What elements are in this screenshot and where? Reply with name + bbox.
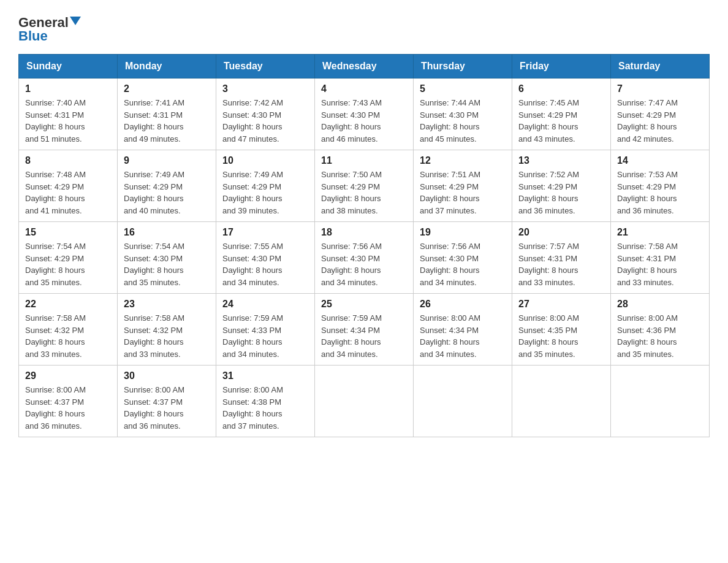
day-cell-23: 23Sunrise: 7:58 AMSunset: 4:32 PMDayligh…	[118, 294, 216, 366]
logo: General Blue	[18, 12, 81, 44]
header-tuesday: Tuesday	[216, 55, 315, 79]
week-row-2: 8Sunrise: 7:48 AMSunset: 4:29 PMDaylight…	[19, 150, 710, 222]
day-info: Sunrise: 7:59 AMSunset: 4:34 PMDaylight:…	[321, 312, 407, 360]
day-number: 1	[25, 83, 111, 94]
day-info: Sunrise: 7:58 AMSunset: 4:32 PMDaylight:…	[124, 312, 210, 360]
header-wednesday: Wednesday	[315, 55, 414, 79]
day-number: 27	[518, 299, 604, 310]
day-cell-7: 7Sunrise: 7:47 AMSunset: 4:29 PMDaylight…	[611, 79, 710, 150]
day-info: Sunrise: 7:58 AMSunset: 4:31 PMDaylight:…	[617, 240, 703, 288]
day-cell-8: 8Sunrise: 7:48 AMSunset: 4:29 PMDaylight…	[19, 150, 118, 222]
day-cell-2: 2Sunrise: 7:41 AMSunset: 4:31 PMDaylight…	[118, 79, 216, 150]
day-info: Sunrise: 8:00 AMSunset: 4:35 PMDaylight:…	[518, 312, 604, 360]
day-cell-14: 14Sunrise: 7:53 AMSunset: 4:29 PMDayligh…	[611, 150, 710, 222]
header-monday: Monday	[118, 55, 216, 79]
day-info: Sunrise: 7:48 AMSunset: 4:29 PMDaylight:…	[25, 169, 111, 216]
day-cell-9: 9Sunrise: 7:49 AMSunset: 4:29 PMDaylight…	[118, 150, 216, 222]
day-info: Sunrise: 7:44 AMSunset: 4:30 PMDaylight:…	[420, 97, 506, 145]
day-cell-20: 20Sunrise: 7:57 AMSunset: 4:31 PMDayligh…	[512, 222, 611, 294]
day-cell-28: 28Sunrise: 8:00 AMSunset: 4:36 PMDayligh…	[611, 294, 710, 366]
day-number: 23	[124, 299, 210, 310]
day-cell-5: 5Sunrise: 7:44 AMSunset: 4:30 PMDaylight…	[414, 79, 512, 150]
empty-cell	[611, 366, 710, 437]
day-number: 31	[222, 370, 308, 381]
day-cell-18: 18Sunrise: 7:56 AMSunset: 4:30 PMDayligh…	[315, 222, 414, 294]
day-number: 5	[420, 83, 506, 94]
day-cell-21: 21Sunrise: 7:58 AMSunset: 4:31 PMDayligh…	[611, 222, 710, 294]
day-info: Sunrise: 7:59 AMSunset: 4:33 PMDaylight:…	[222, 312, 308, 360]
day-number: 4	[321, 83, 407, 94]
header-sunday: Sunday	[19, 55, 118, 79]
day-cell-15: 15Sunrise: 7:54 AMSunset: 4:29 PMDayligh…	[19, 222, 118, 294]
day-info: Sunrise: 7:58 AMSunset: 4:32 PMDaylight:…	[25, 312, 111, 360]
day-number: 18	[321, 227, 407, 238]
week-row-1: 1Sunrise: 7:40 AMSunset: 4:31 PMDaylight…	[19, 79, 710, 150]
day-cell-22: 22Sunrise: 7:58 AMSunset: 4:32 PMDayligh…	[19, 294, 118, 366]
day-number: 6	[518, 83, 604, 94]
header-saturday: Saturday	[611, 55, 710, 79]
day-cell-4: 4Sunrise: 7:43 AMSunset: 4:30 PMDaylight…	[315, 79, 414, 150]
day-info: Sunrise: 7:51 AMSunset: 4:29 PMDaylight:…	[420, 169, 506, 216]
day-cell-10: 10Sunrise: 7:49 AMSunset: 4:29 PMDayligh…	[216, 150, 315, 222]
logo-triangle-icon	[70, 17, 81, 25]
header: General Blue	[18, 12, 710, 44]
day-cell-3: 3Sunrise: 7:42 AMSunset: 4:30 PMDaylight…	[216, 79, 315, 150]
day-number: 13	[518, 155, 604, 166]
empty-cell	[315, 366, 414, 437]
day-number: 19	[420, 227, 506, 238]
day-cell-1: 1Sunrise: 7:40 AMSunset: 4:31 PMDaylight…	[19, 79, 118, 150]
day-number: 12	[420, 155, 506, 166]
day-cell-13: 13Sunrise: 7:52 AMSunset: 4:29 PMDayligh…	[512, 150, 611, 222]
day-number: 14	[617, 155, 703, 166]
day-cell-30: 30Sunrise: 8:00 AMSunset: 4:37 PMDayligh…	[118, 366, 216, 437]
day-info: Sunrise: 7:45 AMSunset: 4:29 PMDaylight:…	[518, 97, 604, 145]
header-thursday: Thursday	[414, 55, 512, 79]
day-info: Sunrise: 8:00 AMSunset: 4:34 PMDaylight:…	[420, 312, 506, 360]
day-number: 21	[617, 227, 703, 238]
day-number: 3	[222, 83, 308, 94]
day-info: Sunrise: 7:43 AMSunset: 4:30 PMDaylight:…	[321, 97, 407, 145]
day-info: Sunrise: 8:00 AMSunset: 4:36 PMDaylight:…	[617, 312, 703, 360]
day-info: Sunrise: 7:54 AMSunset: 4:29 PMDaylight:…	[25, 240, 111, 288]
day-cell-12: 12Sunrise: 7:51 AMSunset: 4:29 PMDayligh…	[414, 150, 512, 222]
day-cell-24: 24Sunrise: 7:59 AMSunset: 4:33 PMDayligh…	[216, 294, 315, 366]
week-row-3: 15Sunrise: 7:54 AMSunset: 4:29 PMDayligh…	[19, 222, 710, 294]
day-number: 17	[222, 227, 308, 238]
day-info: Sunrise: 7:54 AMSunset: 4:30 PMDaylight:…	[124, 240, 210, 288]
day-cell-19: 19Sunrise: 7:56 AMSunset: 4:30 PMDayligh…	[414, 222, 512, 294]
day-cell-6: 6Sunrise: 7:45 AMSunset: 4:29 PMDaylight…	[512, 79, 611, 150]
day-cell-16: 16Sunrise: 7:54 AMSunset: 4:30 PMDayligh…	[118, 222, 216, 294]
empty-cell	[414, 366, 512, 437]
day-cell-26: 26Sunrise: 8:00 AMSunset: 4:34 PMDayligh…	[414, 294, 512, 366]
week-row-4: 22Sunrise: 7:58 AMSunset: 4:32 PMDayligh…	[19, 294, 710, 366]
day-info: Sunrise: 7:50 AMSunset: 4:29 PMDaylight:…	[321, 169, 407, 216]
week-row-5: 29Sunrise: 8:00 AMSunset: 4:37 PMDayligh…	[19, 366, 710, 437]
day-cell-11: 11Sunrise: 7:50 AMSunset: 4:29 PMDayligh…	[315, 150, 414, 222]
day-number: 26	[420, 299, 506, 310]
day-info: Sunrise: 7:55 AMSunset: 4:30 PMDaylight:…	[222, 240, 308, 288]
day-number: 11	[321, 155, 407, 166]
day-number: 28	[617, 299, 703, 310]
header-friday: Friday	[512, 55, 611, 79]
day-number: 29	[25, 370, 111, 381]
day-number: 24	[222, 299, 308, 310]
day-info: Sunrise: 8:00 AMSunset: 4:37 PMDaylight:…	[124, 384, 210, 432]
day-info: Sunrise: 7:41 AMSunset: 4:31 PMDaylight:…	[124, 97, 210, 145]
calendar-header-row: SundayMondayTuesdayWednesdayThursdayFrid…	[19, 55, 710, 79]
day-number: 25	[321, 299, 407, 310]
day-info: Sunrise: 8:00 AMSunset: 4:38 PMDaylight:…	[222, 384, 308, 432]
day-number: 22	[25, 299, 111, 310]
day-info: Sunrise: 7:53 AMSunset: 4:29 PMDaylight:…	[617, 169, 703, 216]
day-cell-17: 17Sunrise: 7:55 AMSunset: 4:30 PMDayligh…	[216, 222, 315, 294]
day-info: Sunrise: 8:00 AMSunset: 4:37 PMDaylight:…	[25, 384, 111, 432]
day-number: 10	[222, 155, 308, 166]
day-info: Sunrise: 7:57 AMSunset: 4:31 PMDaylight:…	[518, 240, 604, 288]
day-info: Sunrise: 7:56 AMSunset: 4:30 PMDaylight:…	[420, 240, 506, 288]
day-cell-25: 25Sunrise: 7:59 AMSunset: 4:34 PMDayligh…	[315, 294, 414, 366]
day-number: 15	[25, 227, 111, 238]
day-info: Sunrise: 7:52 AMSunset: 4:29 PMDaylight:…	[518, 169, 604, 216]
day-info: Sunrise: 7:47 AMSunset: 4:29 PMDaylight:…	[617, 97, 703, 145]
logo-general: General	[18, 16, 69, 29]
day-info: Sunrise: 7:49 AMSunset: 4:29 PMDaylight:…	[124, 169, 210, 216]
day-info: Sunrise: 7:40 AMSunset: 4:31 PMDaylight:…	[25, 97, 111, 145]
